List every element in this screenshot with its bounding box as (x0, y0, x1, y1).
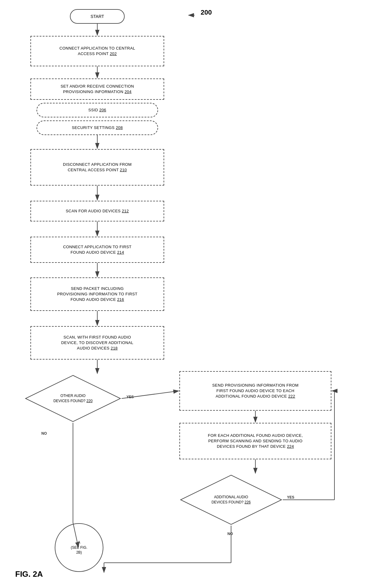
node-216: SEND PACKET INCLUDINGPROVISIONING INFORM… (30, 277, 164, 311)
node-202: CONNECT APPLICATION TO CENTRALACCESS POI… (30, 36, 164, 66)
node-220: OTHER AUDIODEVICES FOUND? 220 (24, 374, 122, 423)
fig-label: FIG. 2A (15, 569, 43, 579)
node-218: SCAN, WITH FIRST FOUND AUDIODEVICE, TO D… (30, 326, 164, 360)
start-node: START (70, 9, 125, 24)
node-208: SECURITY SETTINGS 208 (36, 120, 158, 135)
no-220-label: NO (41, 431, 47, 436)
no-226-label: NO (227, 532, 233, 536)
node-212: SCAN FOR AUDIO DEVICES 212 (30, 201, 164, 221)
diagram-number: 200 (201, 9, 212, 16)
node-204: SET AND/OR RECEIVE CONNECTIONPROVISIONIN… (30, 78, 164, 100)
node-224: FOR EACH ADDITIONAL FOUND AUDIO DEVICE,P… (179, 423, 331, 459)
node-214: CONNECT APPLICATION TO FIRSTFOUND AUDIO … (30, 237, 164, 263)
node-206: SSID 206 (36, 103, 158, 117)
node-226: ADDITIONAL AUDIODEVICES FOUND? 226 (179, 474, 283, 526)
node-210: DISCONNECT APPLICATION FROMCENTRAL ACCES… (30, 149, 164, 186)
node-A: A(SEE FIG.2B) (55, 523, 103, 572)
yes-226-label: YES (287, 495, 294, 499)
yes-220-label: YES (126, 395, 134, 399)
diagram-container: 200 START CONNECT APPLICATION TO CENTRAL… (0, 0, 377, 588)
node-222: SEND PROVISIONING INFORMATION FROMFIRST … (179, 371, 331, 411)
